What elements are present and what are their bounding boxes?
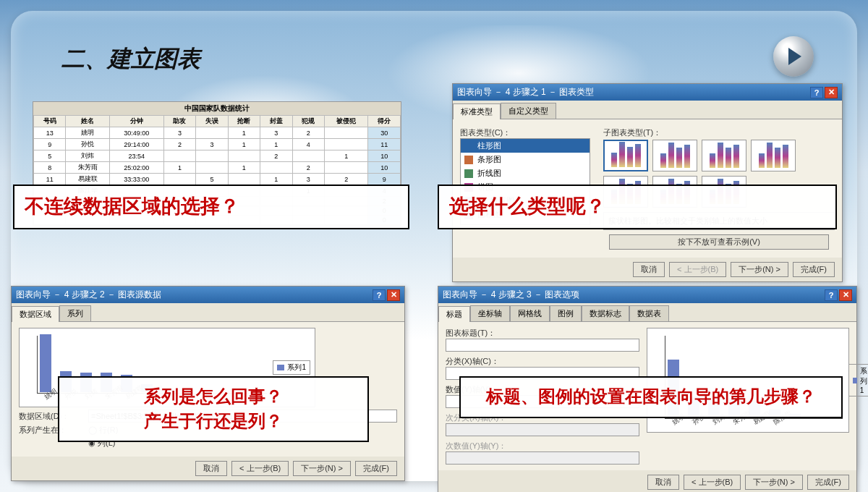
next-arrow-button[interactable] xyxy=(773,36,814,77)
finish-button[interactable]: 完成(F) xyxy=(793,262,835,277)
tab-data-range[interactable]: 数据区域 xyxy=(12,306,59,322)
wizard-step1-dialog: 图表向导 － 4 步骤之 1 － 图表类型 ? ✕ 标准类型 自定义类型 图表类… xyxy=(452,83,843,282)
dialog-title: 图表向导 － 4 步骤之 2 － 图表源数据 xyxy=(16,289,161,301)
back-button[interactable]: < 上一步(B) xyxy=(684,475,741,490)
finish-button[interactable]: 完成(F) xyxy=(807,475,849,490)
subtype-thumb[interactable] xyxy=(652,140,697,171)
x2-axis-input xyxy=(446,423,639,436)
subtype-thumb[interactable] xyxy=(603,140,648,171)
back-button[interactable]: < 上一步(B) xyxy=(231,461,289,476)
close-icon[interactable]: ✕ xyxy=(387,289,400,301)
tab-standard[interactable]: 标准类型 xyxy=(453,103,501,119)
close-icon[interactable]: ✕ xyxy=(839,289,852,301)
cancel-button[interactable]: 取消 xyxy=(647,475,679,490)
chart-type-icon xyxy=(464,142,473,150)
sub-type-label: 子图表类型(T)： xyxy=(603,127,835,138)
cancel-button[interactable]: 取消 xyxy=(633,262,665,277)
chart-type-icon xyxy=(464,169,473,178)
tab-option[interactable]: 图例 xyxy=(550,305,582,321)
back-button: < 上一步(B) xyxy=(669,262,726,277)
finish-button[interactable]: 完成(F) xyxy=(355,461,397,476)
bar xyxy=(40,334,51,392)
y2-axis-label: 次数值(Y)轴(Y)： xyxy=(446,441,639,451)
chart-type-item[interactable]: 折线图 xyxy=(461,166,590,180)
help-icon[interactable]: ? xyxy=(373,289,386,301)
callout-q1: 不连续数据区域的选择？ xyxy=(13,184,409,229)
next-button[interactable]: 下一步(N) > xyxy=(293,461,351,476)
tab-option[interactable]: 数据表 xyxy=(629,305,669,321)
dialog-titlebar: 图表向导 － 4 步骤之 1 － 图表类型 ? ✕ xyxy=(453,84,842,101)
tab-option[interactable]: 坐标轴 xyxy=(470,305,510,321)
y2-axis-input xyxy=(446,451,639,465)
callout-q3: 系列是怎么回事？产生于行还是列？ xyxy=(58,376,369,442)
next-button[interactable]: 下一步(N) > xyxy=(745,475,803,490)
dialog-titlebar: 图表向导 － 4 步骤之 2 － 图表源数据 ? ✕ xyxy=(12,287,404,303)
sheet-title: 中国国家队数据统计 xyxy=(33,102,401,115)
tab-option[interactable]: 数据标志 xyxy=(582,305,629,321)
chart-title-input[interactable] xyxy=(446,339,639,352)
tab-option[interactable]: 网格线 xyxy=(510,305,550,321)
tab-custom[interactable]: 自定义类型 xyxy=(501,103,556,119)
preview-button[interactable]: 按下不放可查看示例(V) xyxy=(609,234,829,250)
subtype-thumb[interactable] xyxy=(702,140,746,171)
tab-series[interactable]: 系列 xyxy=(59,305,91,321)
chart-type-icon xyxy=(464,156,473,164)
chart-type-label: 图表类型(C)： xyxy=(460,127,590,138)
callout-q4: 标题、图例的设置在图表向导的第几步骤？ xyxy=(459,376,843,418)
tab-option[interactable]: 标题 xyxy=(438,306,470,322)
callout-q2: 选择什么类型呢？ xyxy=(438,184,837,229)
chart-type-item[interactable]: 柱形图 xyxy=(461,139,590,153)
help-icon[interactable]: ? xyxy=(825,289,838,301)
help-icon[interactable]: ? xyxy=(810,87,823,98)
slide-title: 二、建立图表 xyxy=(61,47,200,70)
legend: 系列1 xyxy=(273,360,310,375)
subtype-thumb[interactable] xyxy=(751,140,796,171)
dialog-title: 图表向导 － 4 步骤之 3 － 图表选项 xyxy=(443,289,579,301)
close-icon[interactable]: ✕ xyxy=(825,87,838,98)
cancel-button[interactable]: 取消 xyxy=(195,461,227,476)
dialog-title: 图表向导 － 4 步骤之 1 － 图表类型 xyxy=(457,86,594,98)
next-button[interactable]: 下一步(N) > xyxy=(731,262,788,277)
chart-type-item[interactable]: 条形图 xyxy=(461,153,590,166)
chart-title-label: 图表标题(T)： xyxy=(446,328,639,339)
tab-strip: 标准类型 自定义类型 xyxy=(453,101,842,119)
x-axis-label: 分类(X)轴(C)： xyxy=(446,356,639,367)
